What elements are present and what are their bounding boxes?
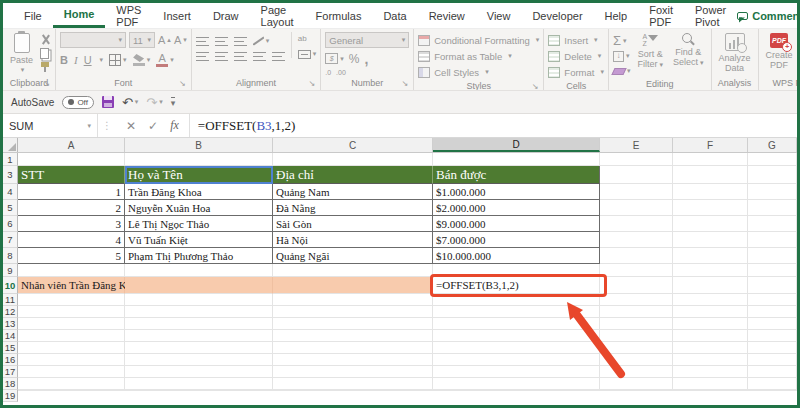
cell[interactable] — [600, 166, 673, 184]
tab-help[interactable]: Help — [594, 3, 639, 28]
cell[interactable] — [673, 318, 748, 330]
cell-D8[interactable]: $10.000.000 — [433, 248, 600, 264]
cell[interactable] — [600, 318, 673, 330]
cell[interactable] — [18, 264, 125, 277]
decrease-decimal-button[interactable]: .00 — [336, 69, 346, 76]
cell[interactable] — [125, 306, 273, 318]
cell[interactable] — [748, 306, 797, 318]
cell[interactable] — [748, 184, 797, 200]
cell[interactable] — [748, 366, 797, 378]
cell[interactable] — [673, 366, 748, 378]
align-left-button[interactable] — [196, 52, 209, 61]
cell[interactable] — [673, 200, 748, 216]
cell-D10-formula[interactable]: =OFFSET(B3,1,2) — [433, 277, 600, 294]
cell[interactable] — [273, 378, 433, 390]
font-name-select[interactable]: ▾ — [60, 32, 126, 48]
row-header-14[interactable]: 14 — [3, 330, 18, 342]
cell[interactable] — [273, 366, 433, 378]
undo-dropdown[interactable]: ▾ — [135, 98, 139, 106]
cell[interactable] — [433, 330, 600, 342]
column-header-C[interactable]: C — [273, 138, 433, 152]
cell[interactable] — [125, 153, 273, 166]
tab-power-pivot[interactable]: Power Pivot — [684, 3, 737, 28]
cell[interactable] — [18, 378, 125, 390]
cell[interactable] — [600, 306, 673, 318]
cancel-entry-button[interactable]: ✕ — [126, 119, 136, 133]
cell[interactable] — [600, 378, 673, 390]
row-header-7[interactable]: 7 — [3, 232, 18, 248]
cell-A7[interactable]: 4 — [18, 232, 125, 248]
cell-D7[interactable]: $7.000.000 — [433, 232, 600, 248]
cell-C10[interactable] — [273, 277, 433, 294]
cell[interactable] — [600, 294, 673, 306]
cell[interactable] — [600, 200, 673, 216]
cell-B7[interactable]: Vũ Tuấn Kiệt — [125, 232, 273, 248]
clear-button[interactable]: ▾ — [613, 65, 631, 77]
cell[interactable] — [673, 306, 748, 318]
tab-file[interactable]: File — [13, 3, 53, 28]
cell-B6[interactable]: Lê Thị Ngọc Thảo — [125, 216, 273, 232]
increase-indent-button[interactable] — [272, 52, 285, 61]
tab-developer[interactable]: Developer — [521, 3, 593, 28]
tab-page-layout[interactable]: Page Layout — [250, 3, 305, 28]
merge-center-button[interactable]: ▾ — [298, 48, 317, 60]
sort-filter-button[interactable]: AZ Sort & Filter▾ — [634, 32, 666, 71]
autosave-toggle[interactable]: Off — [62, 96, 94, 109]
cell-D5[interactable]: $2.000.000 — [433, 200, 600, 216]
column-header-D[interactable]: D — [433, 138, 600, 152]
cell-C5[interactable]: Đà Nẵng — [273, 200, 433, 216]
dialog-launcher-icon[interactable]: ↘ — [43, 80, 50, 88]
cell-C7[interactable]: Hà Nội — [273, 232, 433, 248]
cell[interactable] — [673, 153, 748, 166]
shrink-font-button[interactable]: A▾ — [174, 34, 187, 46]
cell[interactable] — [748, 248, 797, 264]
cell[interactable] — [125, 354, 273, 366]
cell[interactable] — [600, 184, 673, 200]
row-header-18[interactable]: 18 — [3, 378, 18, 390]
fill-color-button[interactable]: ▾ — [133, 54, 151, 66]
cell[interactable] — [673, 378, 748, 390]
row-header-5[interactable]: 5 — [3, 200, 18, 216]
find-select-button[interactable]: Find & Select▾ — [670, 32, 707, 69]
tab-formulas[interactable]: Formulas — [305, 3, 373, 28]
tab-view[interactable]: View — [476, 3, 522, 28]
undo-button[interactable]: ↶ — [122, 96, 133, 109]
row-header-12[interactable]: 12 — [3, 306, 18, 318]
column-header-F[interactable]: F — [673, 138, 748, 152]
cell[interactable] — [273, 390, 433, 391]
cell-A6[interactable]: 3 — [18, 216, 125, 232]
copy-button[interactable] — [40, 48, 51, 59]
row-header-17[interactable]: 17 — [3, 366, 18, 378]
cell-B10[interactable] — [125, 277, 273, 294]
cell[interactable] — [125, 390, 273, 391]
cell[interactable] — [748, 342, 797, 354]
wrap-text-button[interactable]: ab — [298, 35, 307, 43]
insert-cells-button[interactable]: Insert▾ — [548, 33, 604, 47]
cell-C4[interactable]: Quảng Nam — [273, 184, 433, 200]
dialog-launcher-icon[interactable]: ↘ — [402, 80, 409, 88]
row-header-8[interactable]: 8 — [3, 248, 18, 264]
cell[interactable] — [18, 366, 125, 378]
increase-decimal-button[interactable]: .0 — [325, 69, 331, 76]
cell[interactable] — [125, 378, 273, 390]
cell[interactable] — [18, 318, 125, 330]
cell[interactable] — [673, 248, 748, 264]
autosum-button[interactable]: Σ▾ — [613, 34, 631, 47]
cell-C3[interactable]: Địa chỉ — [273, 166, 433, 184]
underline-dropdown[interactable]: ▾ — [100, 56, 104, 64]
select-all-button[interactable] — [3, 138, 18, 152]
column-header-E[interactable]: E — [600, 138, 673, 152]
cell-B4[interactable]: Trần Đăng Khoa — [125, 184, 273, 200]
cell[interactable] — [748, 232, 797, 248]
cell-B5[interactable]: Nguyễn Xuân Hoa — [125, 200, 273, 216]
underline-button[interactable]: U — [84, 54, 92, 66]
cell[interactable] — [673, 330, 748, 342]
cell[interactable] — [748, 166, 797, 184]
percent-style-button[interactable]: % — [349, 52, 360, 66]
cell[interactable] — [673, 294, 748, 306]
cell[interactable] — [433, 390, 600, 391]
align-bottom-button[interactable] — [234, 37, 247, 46]
cell[interactable] — [273, 294, 433, 306]
cell[interactable] — [433, 306, 600, 318]
cut-button[interactable] — [40, 34, 51, 45]
